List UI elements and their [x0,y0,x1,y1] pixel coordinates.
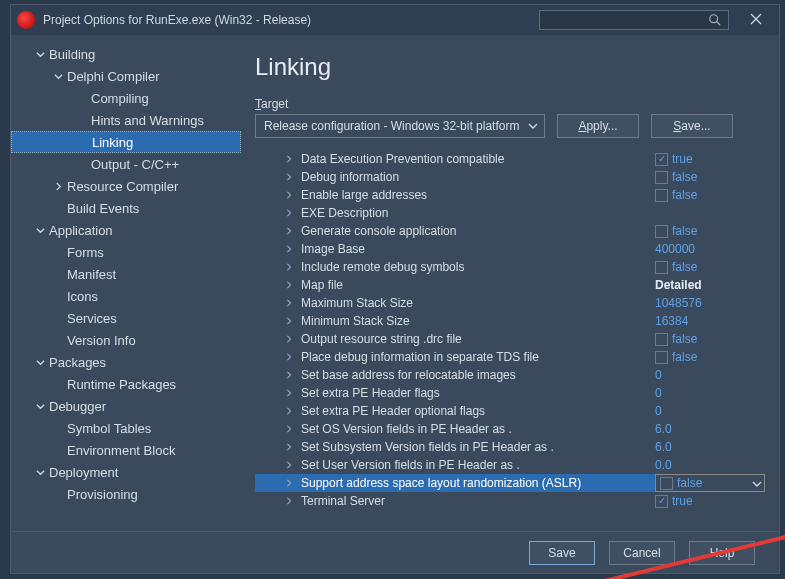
save-button[interactable]: Save [529,541,595,565]
setting-value: 6.0 [655,422,672,436]
sidebar-item-version-info[interactable]: Version Info [11,329,241,351]
setting-row[interactable]: Set extra PE Header flags0 [255,384,765,402]
svg-point-0 [710,15,718,23]
chevron-down-icon [528,120,538,134]
target-combo[interactable]: Release configuration - Windows 32-bit p… [255,114,545,138]
setting-name: Set extra PE Header flags [301,386,655,400]
app-icon [17,11,35,29]
sidebar-item-compiling[interactable]: Compiling [11,87,241,109]
setting-value: false [672,350,697,364]
sidebar-item-building[interactable]: Building [11,43,241,65]
cancel-button[interactable]: Cancel [609,541,675,565]
setting-value: true [672,152,693,166]
setting-row[interactable]: Set OS Version fields in PE Header as .6… [255,420,765,438]
sidebar-item-linking[interactable]: Linking [11,131,241,153]
expand-icon [283,407,295,415]
checkbox[interactable] [655,333,668,346]
checkbox[interactable] [655,153,668,166]
settings-list[interactable]: Data Execution Prevention compatibletrue… [255,150,765,521]
setting-value: 0 [655,386,662,400]
chevron-down-icon [33,226,47,235]
checkbox[interactable] [655,261,668,274]
setting-row[interactable]: Include remote debug symbolsfalse [255,258,765,276]
sidebar-item-symbol-tables[interactable]: Symbol Tables [11,417,241,439]
save-options-button[interactable]: Save... [651,114,733,138]
sidebar-item-build-events[interactable]: Build Events [11,197,241,219]
close-icon [750,13,762,25]
setting-row[interactable]: Map fileDetailed [255,276,765,294]
setting-name: Debug information [301,170,655,184]
sidebar-item-debugger[interactable]: Debugger [11,395,241,417]
checkbox[interactable] [660,477,673,490]
setting-row[interactable]: Set extra PE Header optional flags0 [255,402,765,420]
checkbox[interactable] [655,495,668,508]
help-button[interactable]: Help [689,541,755,565]
chevron-right-icon [51,182,65,191]
setting-name: Include remote debug symbols [301,260,655,274]
tree-label: Environment Block [67,443,175,458]
sidebar-item-delphi-compiler[interactable]: Delphi Compiler [11,65,241,87]
tree-label: Symbol Tables [67,421,151,436]
sidebar-item-forms[interactable]: Forms [11,241,241,263]
sidebar-item-application[interactable]: Application [11,219,241,241]
setting-row[interactable]: Image Base400000 [255,240,765,258]
setting-row[interactable]: Maximum Stack Size1048576 [255,294,765,312]
tree-label: Linking [92,135,133,150]
checkbox[interactable] [655,351,668,364]
sidebar-item-manifest[interactable]: Manifest [11,263,241,285]
sidebar-item-hints-and-warnings[interactable]: Hints and Warnings [11,109,241,131]
setting-row[interactable]: Set base address for relocatable images0 [255,366,765,384]
setting-row[interactable]: Set Subsystem Version fields in PE Heade… [255,438,765,456]
sidebar-item-packages[interactable]: Packages [11,351,241,373]
titlebar-search[interactable] [539,10,729,30]
sidebar-item-environment-block[interactable]: Environment Block [11,439,241,461]
setting-value: false [672,332,697,346]
setting-value: 1048576 [655,296,702,310]
apply-button[interactable]: Apply... [557,114,639,138]
setting-name: Output resource string .drc file [301,332,655,346]
expand-icon [283,173,295,181]
sidebar-item-icons[interactable]: Icons [11,285,241,307]
setting-row[interactable]: Debug informationfalse [255,168,765,186]
expand-icon [283,281,295,289]
setting-row[interactable]: Support address space layout randomizati… [255,474,765,492]
setting-value: Detailed [655,278,702,292]
setting-row[interactable]: Set User Version fields in PE Header as … [255,456,765,474]
setting-row[interactable]: Data Execution Prevention compatibletrue [255,150,765,168]
setting-row[interactable]: Output resource string .drc filefalse [255,330,765,348]
setting-row[interactable]: Minimum Stack Size16384 [255,312,765,330]
sidebar-tree[interactable]: BuildingDelphi CompilerCompilingHints an… [11,35,241,531]
sidebar-item-deployment[interactable]: Deployment [11,461,241,483]
setting-name: Enable large addresses [301,188,655,202]
checkbox[interactable] [655,189,668,202]
window-title: Project Options for RunExe.exe (Win32 - … [43,13,311,27]
close-button[interactable] [739,13,773,28]
svg-line-1 [717,22,721,26]
setting-value: false [672,224,697,238]
chevron-down-icon [51,72,65,81]
setting-row[interactable]: Place debug information in separate TDS … [255,348,765,366]
setting-row[interactable]: Terminal Servertrue [255,492,765,510]
tree-label: Build Events [67,201,139,216]
sidebar-item-services[interactable]: Services [11,307,241,329]
checkbox[interactable] [655,171,668,184]
setting-name: Image Base [301,242,655,256]
chevron-down-icon [33,402,47,411]
sidebar-item-provisioning[interactable]: Provisioning [11,483,241,505]
tree-label: Debugger [49,399,106,414]
expand-icon [283,353,295,361]
setting-row[interactable]: EXE Description [255,204,765,222]
tree-label: Output - C/C++ [91,157,179,172]
sidebar-item-resource-compiler[interactable]: Resource Compiler [11,175,241,197]
setting-name: Support address space layout randomizati… [301,476,655,490]
setting-row[interactable]: Generate console applicationfalse [255,222,765,240]
sidebar-item-runtime-packages[interactable]: Runtime Packages [11,373,241,395]
tree-label: Resource Compiler [67,179,178,194]
setting-value: false [672,170,697,184]
setting-row[interactable]: Enable large addressesfalse [255,186,765,204]
tree-label: Forms [67,245,104,260]
setting-value: true [672,494,693,508]
expand-icon [283,191,295,199]
sidebar-item-output-c-c-[interactable]: Output - C/C++ [11,153,241,175]
checkbox[interactable] [655,225,668,238]
